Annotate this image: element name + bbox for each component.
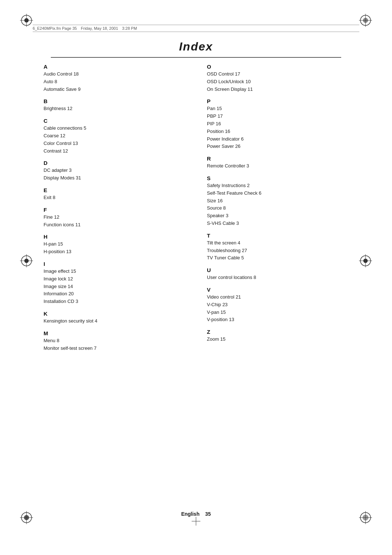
entry: Self-Test Feature Check 6 xyxy=(207,190,348,197)
entry: TV Tuner Cable 5 xyxy=(207,254,348,262)
section-letter: V xyxy=(207,287,348,293)
entry: V-position 13 xyxy=(207,316,348,324)
meta-page: 35 xyxy=(72,26,77,31)
entry: Speaker 3 xyxy=(207,212,348,220)
entry: OSD Lock/Unlock 10 xyxy=(207,78,348,86)
entry: Tilt the screen 4 xyxy=(207,239,348,247)
index-section-v: VVideo control 21V-Chip 23V-pan 15V-posi… xyxy=(207,287,348,324)
section-entries: Safety Instructions 2Self-Test Feature C… xyxy=(207,182,348,227)
index-section-a: AAudio Control 18Auto 8Automatic Save 9 xyxy=(44,64,185,93)
entry: Power Indicator 6 xyxy=(207,135,348,143)
section-entries: Menu 8Monitor self-test screen 7 xyxy=(44,337,185,352)
index-section-t: TTilt the screen 4Troubleshooting 27TV T… xyxy=(207,232,348,262)
section-entries: Video control 21V-Chip 23V-pan 15V-posit… xyxy=(207,293,348,324)
entry: Zoom 15 xyxy=(207,336,348,343)
entry: User control locations 8 xyxy=(207,274,348,281)
section-entries: User control locations 8 xyxy=(207,274,348,281)
section-letter: D xyxy=(44,160,185,166)
section-entries: Pan 15PBP 17PIP 16Position 16Power Indic… xyxy=(207,105,348,150)
index-section-h: HH-pan 15H-position 13 xyxy=(44,234,185,256)
section-letter: U xyxy=(207,267,348,273)
section-entries: Exit 8 xyxy=(44,194,185,202)
section-letter: O xyxy=(207,64,348,70)
entry: Display Modes 31 xyxy=(44,174,185,182)
meta-line: 6_E240MPix.fm Page 35 Friday, May 18, 20… xyxy=(33,25,359,32)
section-entries: Image effect 15Image lock 12Image size 1… xyxy=(44,268,185,305)
entry: Pan 15 xyxy=(207,105,348,113)
entry: On Screen Display 11 xyxy=(207,86,348,93)
entry: PIP 16 xyxy=(207,120,348,128)
section-letter: I xyxy=(44,261,185,267)
entry: Contrast 12 xyxy=(44,147,185,155)
footer-page-number: 35 xyxy=(205,511,211,517)
entry: Cable connections 5 xyxy=(44,125,185,132)
entry: Video control 21 xyxy=(207,293,348,301)
index-section-o: OOSD Control 17OSD Lock/Unlock 10On Scre… xyxy=(207,64,348,93)
entry: Remote Controller 3 xyxy=(207,162,348,170)
meta-time: 3:28 PM xyxy=(122,26,137,31)
reg-mark-mid-left xyxy=(20,254,33,267)
section-entries: DC adapter 3Display Modes 31 xyxy=(44,167,185,182)
entry: H-position 13 xyxy=(44,248,185,256)
entry: Audio Control 18 xyxy=(44,70,185,78)
index-section-s: SSafety Instructions 2Self-Test Feature … xyxy=(207,175,348,227)
index-section-e: EExit 8 xyxy=(44,187,185,202)
left-column: AAudio Control 18Auto 8Automatic Save 9B… xyxy=(44,64,185,357)
section-entries: Kensington security slot 4 xyxy=(44,317,185,325)
index-section-c: CCable connections 5Coarse 12Color Contr… xyxy=(44,118,185,155)
entry: V-Chip 23 xyxy=(207,301,348,309)
section-letter: R xyxy=(207,155,348,162)
entry: Installation CD 3 xyxy=(44,298,185,305)
footer-label: English xyxy=(181,511,200,517)
index-section-u: UUser control locations 8 xyxy=(207,267,348,281)
section-entries: H-pan 15H-position 13 xyxy=(44,240,185,256)
index-container: AAudio Control 18Auto 8Automatic Save 9B… xyxy=(44,64,348,357)
section-letter: F xyxy=(44,207,185,213)
entry: Auto 8 xyxy=(44,78,185,86)
entry: Troubleshooting 27 xyxy=(207,247,348,255)
entry: Image size 14 xyxy=(44,283,185,291)
entry: Automatic Save 9 xyxy=(44,86,185,93)
right-column: OOSD Control 17OSD Lock/Unlock 10On Scre… xyxy=(207,64,348,357)
section-entries: Fine 12Function icons 11 xyxy=(44,214,185,229)
meta-page-label: Page xyxy=(62,26,73,31)
section-entries: Audio Control 18Auto 8Automatic Save 9 xyxy=(44,70,185,93)
entry: Source 8 xyxy=(207,204,348,212)
index-section-p: PPan 15PBP 17PIP 16Position 16Power Indi… xyxy=(207,98,348,150)
meta-text: 6_E240MPix.fm xyxy=(33,26,61,31)
reg-mark-mid-right xyxy=(359,254,372,267)
entry: Kensington security slot 4 xyxy=(44,317,185,325)
entry: V-pan 15 xyxy=(207,309,348,316)
entry: OSD Control 17 xyxy=(207,70,348,78)
entry: Power Saver 26 xyxy=(207,143,348,150)
entry: DC adapter 3 xyxy=(44,167,185,174)
section-entries: Remote Controller 3 xyxy=(207,162,348,170)
entry: Size 16 xyxy=(207,197,348,205)
entry: Fine 12 xyxy=(44,214,185,221)
section-letter: S xyxy=(207,175,348,181)
entry: Function icons 11 xyxy=(44,221,185,229)
entry: Information 20 xyxy=(44,290,185,298)
section-letter: K xyxy=(44,311,185,317)
section-letter: E xyxy=(44,187,185,193)
entry: Exit 8 xyxy=(44,194,185,202)
section-letter: B xyxy=(44,98,185,104)
section-entries: Cable connections 5Coarse 12Color Contro… xyxy=(44,125,185,155)
section-letter: H xyxy=(44,234,185,240)
section-entries: Zoom 15 xyxy=(207,336,348,343)
entry: Coarse 12 xyxy=(44,132,185,140)
section-letter: C xyxy=(44,118,185,124)
entry: Menu 8 xyxy=(44,337,185,345)
section-entries: Tilt the screen 4Troubleshooting 27TV Tu… xyxy=(207,239,348,262)
reg-mark-top-left xyxy=(20,14,33,27)
reg-mark-top-right xyxy=(359,14,372,27)
index-section-i: IImage effect 15Image lock 12Image size … xyxy=(44,261,185,305)
meta-date: Friday, May 18, 2001 xyxy=(81,26,118,31)
entry: Image effect 15 xyxy=(44,268,185,275)
section-entries: Brightness 12 xyxy=(44,105,185,113)
footer: English 35 xyxy=(0,511,392,517)
section-letter: A xyxy=(44,64,185,70)
index-section-z: ZZoom 15 xyxy=(207,329,348,343)
entry: Monitor self-test screen 7 xyxy=(44,345,185,352)
entry: Position 16 xyxy=(207,128,348,135)
